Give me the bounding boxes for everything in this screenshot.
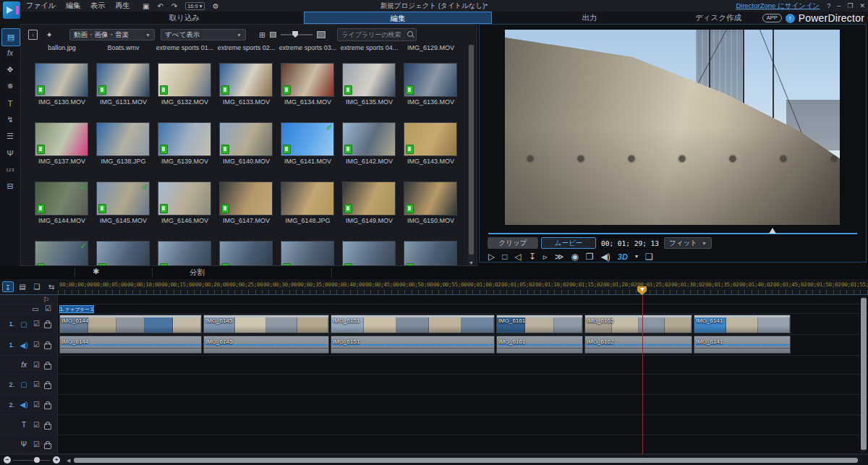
audio-clip[interactable]: IMG_6161 [496, 336, 583, 354]
timeline-vertical-scrollbar[interactable] [861, 297, 867, 453]
media-room[interactable]: ▤ [1, 28, 20, 46]
media-thumbnail[interactable] [219, 241, 273, 266]
track-title-lock-icon[interactable] [44, 424, 51, 430]
menu-play[interactable]: 再生 [115, 1, 129, 11]
media-thumbnail[interactable] [158, 63, 211, 97]
transition-room[interactable]: ↯ [1, 111, 19, 128]
video-clip[interactable]: IMG_6161 [496, 315, 583, 333]
track-manager-tool[interactable]: ⇆ [46, 281, 57, 292]
menu-view[interactable]: 表示 [90, 1, 105, 11]
media-thumbnail[interactable] [342, 182, 396, 216]
media-thumbnail[interactable] [281, 182, 334, 216]
save-icon[interactable]: ▣ [142, 2, 149, 10]
library-search-input[interactable] [338, 29, 416, 40]
pip-objects-room[interactable]: ❖ [1, 61, 19, 78]
track-video-1-enable-checkbox[interactable]: ☑ [33, 320, 40, 328]
restore-button[interactable]: ❐ [847, 2, 853, 9]
menu-file[interactable]: ファイル [26, 1, 56, 11]
media-thumbnail[interactable] [342, 241, 396, 266]
video-clip[interactable]: IMG_6162 [584, 315, 692, 333]
split-button[interactable]: 分割 [190, 268, 205, 278]
audio-clip[interactable]: IMG_6162 [584, 336, 692, 354]
library-item-label[interactable]: extreme sports 01... [154, 44, 216, 51]
video-clip[interactable]: IMG_6141 [694, 315, 791, 333]
audio-mixing-room[interactable]: ☰ [1, 128, 19, 145]
media-thumbnail[interactable]: ✓ [35, 241, 88, 266]
track-title-enable-checkbox[interactable]: ☑ [33, 422, 40, 429]
timeline-horizontal-scrollbar[interactable] [74, 458, 858, 463]
thumbnail-size-slider[interactable] [281, 31, 312, 38]
media-thumbnail[interactable] [158, 182, 211, 216]
library-item-label[interactable]: ballon.jpg [31, 44, 93, 51]
track-marker-header[interactable]: ⚐ [0, 295, 58, 304]
particle-room[interactable]: ✵ [1, 78, 19, 95]
timeline-ruler[interactable]: 00;00;00;0000;00;05;0000;00;10;0000;00;1… [58, 279, 868, 295]
small-thumbnail-icon[interactable] [270, 32, 276, 38]
library-scrollbar[interactable]: ▼ [468, 45, 475, 265]
chapter-badge[interactable]: 1. チャプター 1 [59, 305, 94, 313]
track-effect-header[interactable]: fx☑ [0, 356, 58, 374]
magic-tool-icon[interactable]: ✱ [93, 267, 99, 276]
upgrade-icon[interactable]: ↑ [786, 14, 795, 23]
audio-clip[interactable]: IMG_6151 [331, 336, 495, 354]
media-thumbnail[interactable]: ✓ [35, 182, 88, 216]
menu-edit[interactable]: 編集 [66, 1, 80, 11]
track-effect-enable-checkbox[interactable]: ☑ [33, 362, 40, 369]
fast-forward-button[interactable]: ≫ [555, 251, 564, 263]
zoom-slider-thumb[interactable] [34, 457, 40, 463]
library-item-label[interactable]: extreme sports 02... [216, 44, 277, 51]
track-video-2-enable-checkbox[interactable]: ☑ [33, 381, 40, 388]
track-audio-2-enable-checkbox[interactable]: ☑ [33, 401, 40, 409]
chapter-room[interactable]: 123 [1, 161, 19, 178]
dual-preview-button[interactable]: ❐ [586, 251, 594, 263]
track-video-2-lock-icon[interactable] [44, 383, 51, 389]
settings-gear-icon[interactable]: ⚙ [213, 2, 219, 10]
track-audio-2-lock-icon[interactable] [44, 404, 51, 409]
media-thumbnail[interactable] [96, 241, 150, 266]
snapshot-button[interactable]: ◉ [571, 251, 578, 263]
play-button[interactable]: ▷ [488, 251, 495, 263]
grid-view-icon[interactable]: ⊞ [259, 30, 265, 40]
track-video-1-header[interactable]: 1.▢☑ [0, 314, 58, 334]
next-frame-button[interactable]: ▹ [543, 251, 548, 263]
preview-video-frame[interactable] [505, 30, 840, 225]
track-video-2-header[interactable]: 2.▢☑ [0, 375, 58, 394]
zoom-in-icon[interactable]: + [53, 456, 60, 464]
undock-button[interactable]: ❏ [645, 251, 653, 263]
media-thumbnail[interactable] [219, 122, 273, 156]
seek-marker-button[interactable]: ↧ [529, 251, 536, 263]
directorzone-signin-link[interactable]: DirectorZone にサインイン [736, 1, 820, 11]
video-clip[interactable]: IMG_6151 [331, 315, 495, 333]
display-filter-dropdown[interactable]: すべて表示▼ [161, 29, 246, 40]
audio-clip[interactable]: IMG_6141 [694, 336, 791, 354]
voice-over-room[interactable]: Ψ [1, 145, 19, 161]
3d-dropdown[interactable]: ▾ [635, 251, 638, 263]
help-button[interactable]: ? [827, 2, 830, 9]
import-media-icon[interactable]: ↓ [28, 30, 38, 40]
track-title-header[interactable]: T☑ [0, 415, 58, 435]
media-type-filter-dropdown[interactable]: 動画・画像・音楽▼ [69, 29, 155, 40]
tab-capture[interactable]: 取り込み [109, 12, 260, 24]
library-item-label[interactable]: extreme sports 04... [339, 44, 400, 51]
app-badge[interactable]: APP [762, 14, 782, 22]
track-voice-lock-icon[interactable] [44, 443, 51, 449]
undo-icon[interactable]: ↶ [157, 2, 163, 10]
media-thumbnail[interactable] [96, 122, 150, 156]
track-effect-lock-icon[interactable] [44, 364, 51, 370]
download-media-icon[interactable]: ✦ [43, 30, 55, 40]
track-chapter-enable-checkbox[interactable]: ☑ [45, 305, 51, 312]
stop-button[interactable]: □ [502, 251, 507, 263]
volume-button[interactable]: ◀) [601, 251, 610, 263]
subtitle-room[interactable]: ⊟ [1, 178, 19, 195]
library-item-label[interactable]: extreme sports 03... [277, 44, 339, 51]
track-voice-header[interactable]: Ψ☑ [0, 435, 58, 453]
tab-create-disc[interactable]: ディスク作成 [664, 12, 773, 24]
track-chapter-header[interactable]: ▭☑ [0, 304, 58, 313]
title-room[interactable]: T [1, 95, 19, 111]
large-thumbnail-icon[interactable] [317, 31, 326, 38]
media-thumbnail[interactable] [35, 63, 88, 97]
media-thumbnail[interactable]: ✓ [96, 182, 150, 216]
track-voice-enable-checkbox[interactable]: ☑ [33, 441, 40, 448]
track-audio-1-enable-checkbox[interactable]: ☑ [33, 341, 40, 349]
timeline-zoom-slider[interactable]: − + [4, 456, 61, 464]
